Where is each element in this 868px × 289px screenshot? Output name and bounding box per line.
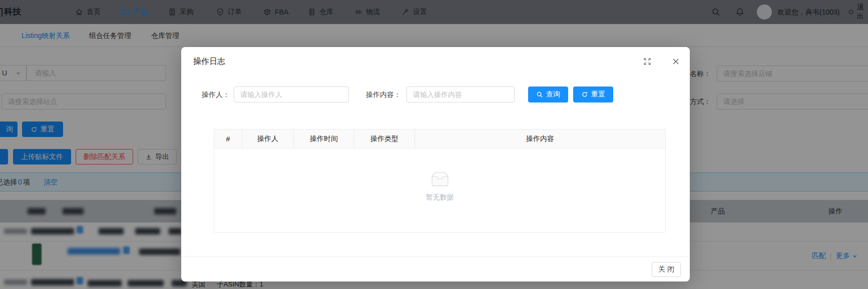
footer-divider (181, 256, 690, 257)
close-icon[interactable] (672, 58, 680, 66)
empty-state: 暂无数据 (214, 170, 665, 202)
operation-log-modal: 操作日志 操作人： 操作内容： 查询 重置 # 操作人 操作时间 操作类型 操作… (181, 47, 690, 282)
search-icon (536, 91, 543, 98)
log-table: # 操作人 操作时间 操作类型 操作内容 暂无数据 (214, 129, 666, 232)
col-content: 操作内容 (415, 130, 665, 148)
col-time: 操作时间 (294, 130, 354, 148)
modal-title: 操作日志 (193, 56, 225, 67)
content-input[interactable] (407, 87, 514, 102)
col-type: 操作类型 (354, 130, 415, 148)
modal-close-label: 关 闭 (658, 265, 674, 274)
refresh-icon (581, 91, 588, 98)
modal-search-label: 查询 (546, 90, 560, 99)
log-table-header: # 操作人 操作时间 操作类型 操作内容 (214, 130, 665, 148)
operator-input-wrap (234, 86, 349, 102)
operator-input[interactable] (234, 87, 348, 102)
content-label: 操作内容： (366, 86, 401, 102)
operator-label: 操作人： (202, 86, 230, 102)
screen: 科技 首页 产品 采购 订单 FBA 仓 (0, 0, 868, 289)
fullscreen-icon[interactable] (643, 58, 651, 66)
modal-close-button[interactable]: 关 闭 (652, 262, 681, 277)
modal-reset-label: 重置 (591, 90, 605, 99)
log-table-body: 暂无数据 (214, 148, 665, 232)
content-input-wrap (406, 86, 515, 102)
empty-text: 暂无数据 (214, 193, 665, 202)
modal-reset-button[interactable]: 重置 (573, 86, 613, 102)
col-operator: 操作人 (242, 130, 294, 148)
col-index: # (214, 130, 242, 148)
modal-search-button[interactable]: 查询 (528, 86, 568, 102)
empty-box-icon (428, 170, 452, 188)
